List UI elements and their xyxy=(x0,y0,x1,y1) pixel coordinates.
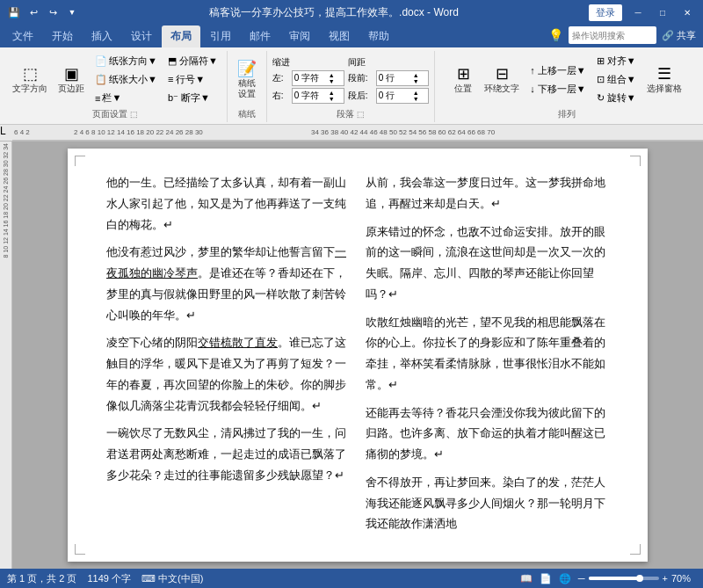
zoom-track[interactable] xyxy=(589,577,659,580)
ruler-marks: 6 4 2 2 4 6 8 10 12 14 16 18 20 22 24 26… xyxy=(12,125,703,140)
title-bar-left: 💾 ↩ ↪ ▼ xyxy=(7,5,79,19)
zoom-in-icon[interactable]: + xyxy=(663,573,668,584)
tab-mailings[interactable]: 邮件 xyxy=(241,25,279,47)
minimize-button[interactable]: ─ xyxy=(629,4,647,21)
after-spacing-input[interactable] xyxy=(377,91,412,100)
redo-icon[interactable]: ↪ xyxy=(46,5,60,19)
left-indent-down[interactable]: ▼ xyxy=(328,78,336,84)
right-para-5: 舍不得放开，再让梦回来。染白了的发，茫茫人海我还能逐风飘寻多少人间烟火？那一轮明… xyxy=(366,473,609,535)
status-right: 📖 📄 🌐 ─ + 70% xyxy=(520,573,696,584)
line-numbers-button[interactable]: ≡ 行号▼ xyxy=(164,71,221,88)
search-input[interactable] xyxy=(569,26,656,44)
left-indent-arrows[interactable]: ▲ ▼ xyxy=(328,72,336,84)
left-label: 左: xyxy=(272,72,290,84)
arrange-content: ⊞ 位置 ⊟ 环绕文字 ↑ 上移一层▼ ↓ 下移一层▼ ⊞ 对齐▼ ⊡ 组合▼ … xyxy=(449,51,685,108)
wrap-icon: ⊟ xyxy=(496,66,509,82)
left-para-4: 一碗饮尽了无数风尘，清风拂过了我的一生，问君送君两处离愁断难，一起走过的成语已飘… xyxy=(106,424,350,486)
ruler-corner: L xyxy=(0,125,12,141)
tab-file[interactable]: 文件 xyxy=(4,25,42,47)
main-area: 8 10 12 14 16 18 20 22 24 26 28 30 32 34… xyxy=(0,142,703,569)
left-para-2: 他没有惹过风沙，梦里的繁华却让他誓言留下一夜孤独的幽冷琴声。是谁还在等？香却还在… xyxy=(106,243,350,326)
draft-settings-button[interactable]: 📝 稿纸设置 xyxy=(233,59,261,101)
paper-size-icon: 📋 xyxy=(95,74,107,85)
indent-controls: 缩进 左: ▲ ▼ 右: xyxy=(272,56,344,104)
left-indent-field[interactable]: ▲ ▼ xyxy=(292,70,344,86)
lightbulb-icon: 💡 xyxy=(548,28,563,42)
status-left: 第 1 页，共 2 页 1149 个字 ⌨ 中文(中国) xyxy=(7,572,203,585)
left-indent-up[interactable]: ▲ xyxy=(328,72,336,78)
right-para-4: 还能再去等待？香花只会湮没你我为彼此留下的归路。也许多离、放下命运的执着才能叫醒… xyxy=(366,403,609,466)
page-info: 第 1 页，共 2 页 xyxy=(7,572,76,585)
ribbon-group-page-setup: ⬚ 文字方向 ▣ 页边距 📄 纸张方向▼ 📋 纸张大小▼ ≡ 栏▼ xyxy=(4,51,228,122)
paper-size-button[interactable]: 📋 纸张大小▼ xyxy=(91,71,161,88)
text-direction-icon: ⬚ xyxy=(23,66,38,82)
content-right-col[interactable]: 从前，我会靠这一梦度日过年。这一梦我拼命地追，再醒过来却是白天。↵ 原来错过的怀… xyxy=(366,173,609,542)
columns-button[interactable]: ≡ 栏▼ xyxy=(91,90,161,106)
selection-controls: ⊞ 对齐▼ ⊡ 组合▼ ↻ 旋转▼ xyxy=(593,53,640,106)
right-indent-down[interactable]: ▼ xyxy=(328,96,336,102)
tab-references[interactable]: 引用 xyxy=(201,25,240,47)
tab-layout[interactable]: 布局 xyxy=(162,25,200,47)
tab-home[interactable]: 开始 xyxy=(43,25,82,47)
right-indent-field[interactable]: ▲ ▼ xyxy=(292,88,344,104)
align-button[interactable]: ⊞ 对齐▼ xyxy=(593,53,640,69)
share-button[interactable]: 🔗 共享 xyxy=(662,29,696,42)
customize-icon[interactable]: ▼ xyxy=(65,5,79,19)
left-indent-input[interactable] xyxy=(293,73,328,83)
save-icon[interactable]: 💾 xyxy=(7,5,21,19)
bring-forward-button[interactable]: ↑ 上移一层▼ xyxy=(526,62,589,79)
word-count: 1149 个字 xyxy=(87,572,131,585)
wrap-text-button[interactable]: ⊟ 环绕文字 xyxy=(481,64,523,96)
rotate-button[interactable]: ↻ 旋转▼ xyxy=(593,90,640,106)
left-indent-label: 缩进 xyxy=(272,56,290,69)
page-setup-expand[interactable]: ⬚ xyxy=(130,110,138,119)
before-spacing-arrows[interactable]: ▲ ▼ xyxy=(412,72,420,84)
before-up[interactable]: ▲ xyxy=(412,72,420,78)
tab-insert[interactable]: 插入 xyxy=(83,25,121,47)
after-spacing-field[interactable]: ▲ ▼ xyxy=(376,88,429,104)
undo-icon[interactable]: ↩ xyxy=(26,5,40,19)
before-down[interactable]: ▼ xyxy=(412,78,420,84)
tab-view[interactable]: 视图 xyxy=(320,25,359,47)
after-down[interactable]: ▼ xyxy=(412,96,420,102)
paper-orientation-button[interactable]: 📄 纸张方向▼ xyxy=(91,53,161,69)
right-indent-input[interactable] xyxy=(293,91,328,100)
content-left-col[interactable]: 他的一生。已经描绘了太多认真，却有着一副山水人家引起了他，知又是为了他再葬送了一… xyxy=(106,173,350,542)
zoom-thumb[interactable] xyxy=(636,575,643,582)
paragraph-expand[interactable]: ⬚ xyxy=(357,110,365,119)
right-para-1: 从前，我会靠这一梦度日过年。这一梦我拼命地追，再醒过来却是白天。↵ xyxy=(366,173,609,215)
after-up[interactable]: ▲ xyxy=(412,90,420,96)
paper-orientation-icon: 📄 xyxy=(95,55,107,67)
text-direction-button[interactable]: ⬚ 文字方向 xyxy=(9,64,51,96)
login-button[interactable]: 登录 xyxy=(589,4,622,21)
before-spacing-input[interactable] xyxy=(377,73,412,83)
send-backward-button[interactable]: ↓ 下移一层▼ xyxy=(526,81,589,98)
draft-icon: 📝 xyxy=(237,61,257,76)
read-mode-icon[interactable]: 📖 xyxy=(520,573,533,584)
page-setup-label: 页面设置 ⬚ xyxy=(92,108,138,122)
breaks-button[interactable]: ⬒ 分隔符▼ xyxy=(164,53,221,69)
hyphenation-button[interactable]: b⁻ 断字▼ xyxy=(164,90,221,106)
tab-review[interactable]: 审阅 xyxy=(280,25,319,47)
close-button[interactable]: ✕ xyxy=(678,4,696,21)
selection-pane-button[interactable]: ☰ 选择窗格 xyxy=(643,64,685,96)
print-layout-icon[interactable]: 📄 xyxy=(540,573,552,584)
restore-button[interactable]: □ xyxy=(654,4,671,21)
zoom-bar: ─ + 70% xyxy=(578,573,696,584)
right-indent-arrows[interactable]: ▲ ▼ xyxy=(328,90,336,102)
status-bar: 第 1 页，共 2 页 1149 个字 ⌨ 中文(中国) 📖 📄 🌐 ─ + 7… xyxy=(0,569,703,588)
page-content: 他的一生。已经描绘了太多认真，却有着一副山水人家引起了他，知又是为了他再葬送了一… xyxy=(106,173,609,542)
tab-design[interactable]: 设计 xyxy=(122,25,161,47)
web-layout-icon[interactable]: 🌐 xyxy=(559,573,571,584)
position-button[interactable]: ⊞ 位置 xyxy=(449,64,477,96)
margins-button[interactable]: ▣ 页边距 xyxy=(54,64,88,96)
right-indent-up[interactable]: ▲ xyxy=(328,90,336,96)
group-button[interactable]: ⊡ 组合▼ xyxy=(593,71,640,88)
layer-controls: ↑ 上移一层▼ ↓ 下移一层▼ xyxy=(526,62,589,98)
page-setup-content: ⬚ 文字方向 ▣ 页边距 📄 纸张方向▼ 📋 纸张大小▼ ≡ 栏▼ xyxy=(9,51,221,108)
tab-help[interactable]: 帮助 xyxy=(359,25,398,47)
after-spacing-arrows[interactable]: ▲ ▼ xyxy=(412,90,420,102)
zoom-out-icon[interactable]: ─ xyxy=(578,573,585,584)
before-spacing-field[interactable]: ▲ ▼ xyxy=(376,70,429,86)
document-area[interactable]: 他的一生。已经描绘了太多认真，却有着一副山水人家引起了他，知又是为了他再葬送了一… xyxy=(12,142,703,569)
